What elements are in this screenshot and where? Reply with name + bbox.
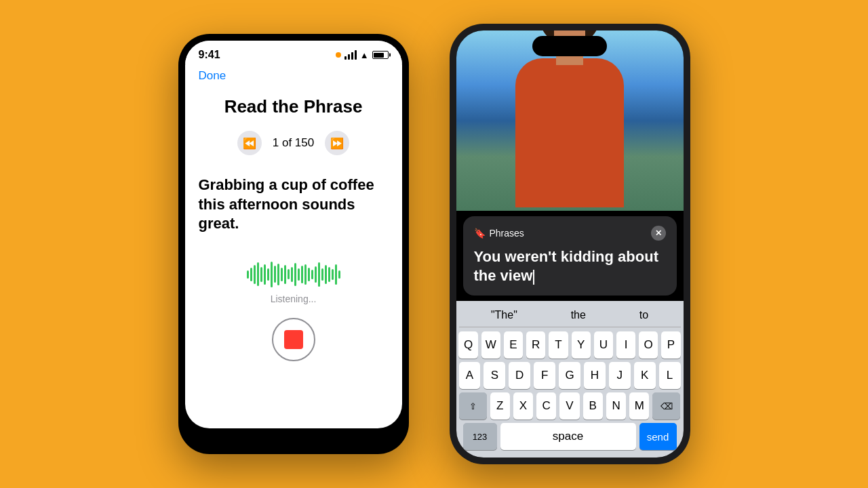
audio-waveform	[247, 261, 340, 288]
key-w[interactable]: W	[481, 331, 500, 359]
key-h[interactable]: H	[584, 362, 606, 389]
key-v[interactable]: V	[559, 392, 579, 420]
key-f[interactable]: F	[534, 362, 555, 389]
keyboard-row-4: 123 space send	[459, 423, 681, 450]
send-key[interactable]: send	[639, 423, 677, 450]
waveform-container: Listening...	[199, 261, 389, 304]
key-o[interactable]: O	[639, 331, 658, 359]
close-button[interactable]: ✕	[651, 226, 666, 241]
key-a[interactable]: A	[459, 362, 481, 389]
time-display: 9:41	[199, 49, 220, 61]
facetime-video	[456, 30, 684, 211]
key-y[interactable]: Y	[572, 331, 591, 359]
key-b[interactable]: B	[583, 392, 603, 420]
left-phone-screen: 9:41 ▲ Done Read the Phrase ⏪ 1 of 150 ⏩	[185, 41, 402, 428]
key-z[interactable]: Z	[490, 392, 510, 420]
key-l[interactable]: L	[659, 362, 681, 389]
wifi-icon: ▲	[360, 50, 369, 60]
suggestion-3[interactable]: to	[639, 309, 648, 321]
phrase-counter: 1 of 150	[273, 136, 314, 150]
phrases-text: You weren't kidding about the view	[474, 247, 666, 286]
key-r[interactable]: R	[526, 331, 545, 359]
key-i[interactable]: I	[616, 331, 635, 359]
keyboard-row-2: A S D F G H J K L	[459, 362, 681, 389]
keyboard-suggestions: "The" the to	[459, 306, 681, 327]
shift-key[interactable]: ⇧	[459, 392, 487, 420]
key-u[interactable]: U	[594, 331, 613, 359]
prev-button[interactable]: ⏪	[237, 131, 262, 155]
space-key[interactable]: space	[500, 423, 636, 450]
status-icons: ▲	[336, 50, 389, 60]
key-s[interactable]: S	[484, 362, 505, 389]
page-title: Read the Phrase	[199, 96, 389, 117]
numbers-key[interactable]: 123	[463, 423, 497, 450]
key-g[interactable]: G	[559, 362, 580, 389]
listening-label: Listening...	[271, 293, 317, 304]
done-button[interactable]: Done	[199, 69, 389, 83]
delete-key[interactable]: ⌫	[652, 392, 680, 420]
phrases-header: 🔖 Phrases ✕	[474, 226, 666, 241]
right-phone-screen: 🔖 Phrases ✕ You weren't kidding about th…	[456, 30, 684, 458]
app-content: Done Read the Phrase ⏪ 1 of 150 ⏩ Grabbi…	[185, 64, 402, 428]
key-q[interactable]: Q	[458, 331, 477, 359]
keyboard-row-3: ⇧ Z X C V B N M ⌫	[459, 392, 681, 420]
key-n[interactable]: N	[606, 392, 626, 420]
text-cursor	[533, 270, 534, 285]
dot-indicator	[336, 52, 341, 58]
battery-icon	[372, 51, 389, 59]
key-m[interactable]: M	[629, 392, 649, 420]
left-phone: 9:41 ▲ Done Read the Phrase ⏪ 1 of 150 ⏩	[178, 34, 409, 454]
phrases-title: Phrases	[490, 228, 524, 239]
phrases-overlay: 🔖 Phrases ✕ You weren't kidding about th…	[463, 216, 677, 296]
stop-icon	[284, 330, 303, 349]
record-button-container	[199, 318, 389, 361]
phrase-text: Grabbing a cup of coffee this afternoon …	[199, 176, 389, 234]
key-d[interactable]: D	[509, 362, 530, 389]
key-k[interactable]: K	[634, 362, 656, 389]
signal-icon	[344, 50, 357, 60]
key-t[interactable]: T	[549, 331, 568, 359]
key-j[interactable]: J	[609, 362, 631, 389]
bookmark-icon: 🔖	[474, 228, 486, 239]
key-p[interactable]: P	[661, 331, 680, 359]
key-x[interactable]: X	[513, 392, 533, 420]
keyboard: "The" the to Q W E R T Y U I O P A S	[456, 301, 684, 458]
phrase-navigation: ⏪ 1 of 150 ⏩	[199, 131, 389, 155]
suggestion-1[interactable]: "The"	[491, 309, 517, 321]
right-phone: 🔖 Phrases ✕ You weren't kidding about th…	[450, 24, 690, 464]
key-e[interactable]: E	[504, 331, 523, 359]
next-button[interactable]: ⏩	[325, 131, 349, 155]
phrases-label: 🔖 Phrases	[474, 228, 524, 239]
record-button[interactable]	[272, 318, 315, 361]
key-c[interactable]: C	[536, 392, 556, 420]
keyboard-row-1: Q W E R T Y U I O P	[459, 331, 681, 359]
person-figure	[502, 30, 637, 211]
dynamic-island	[532, 36, 607, 56]
status-bar-left: 9:41 ▲	[185, 41, 402, 64]
person-body	[515, 58, 624, 207]
suggestion-2[interactable]: the	[571, 309, 586, 321]
